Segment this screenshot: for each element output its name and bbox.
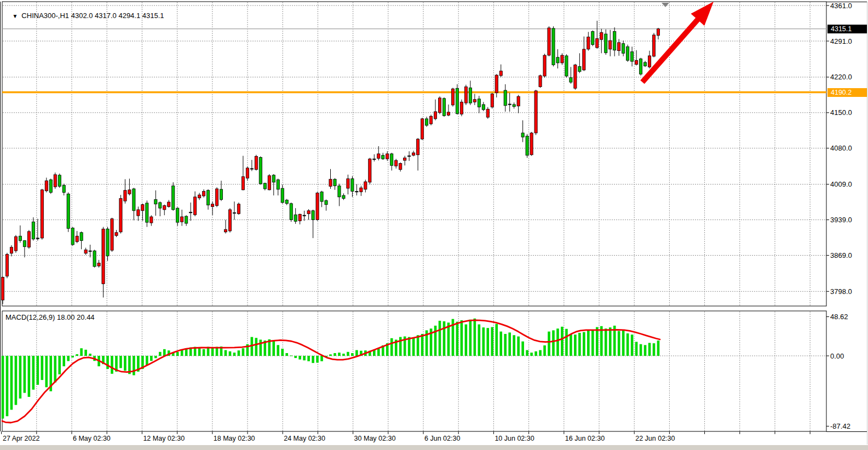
candle-body [570,78,572,82]
macd-histogram-bar [233,353,236,356]
time-axis-label: 16 Jun 02:30 [565,435,605,442]
candle-body [355,192,358,192]
macd-histogram-bar [338,353,341,356]
candle-body [442,99,445,116]
candle-body [154,199,157,204]
price-axis-label: 4150.0 [830,108,852,117]
candle-body [277,180,279,189]
candle-body [119,199,122,232]
bottom-strip [0,445,868,450]
candle-body [255,157,257,170]
candle-body [548,28,550,55]
macd-histogram-bar [6,356,9,416]
candle-body [600,32,603,39]
candle-body [657,29,659,36]
candle-body [561,55,564,63]
macd-histogram-bar [478,325,481,356]
macd-histogram-bar [89,354,91,356]
macd-histogram-bar [150,356,153,361]
time-axis-label: 12 May 02:30 [143,435,185,442]
macd-histogram-bar [58,356,61,374]
candle-body [591,31,594,44]
candle-body [399,164,402,170]
candle-body [10,247,13,253]
price-axis-label: 3939.0 [830,216,852,224]
candle-body [163,206,166,210]
candle-body [342,195,345,199]
macd-histogram-bar [229,351,232,356]
macd-histogram-bar [211,348,214,356]
candle-body [347,178,349,188]
candle-body [486,109,489,117]
macd-histogram-bar [307,356,310,361]
candle-body [237,204,240,214]
candle-body [19,236,21,240]
macd-histogram-bar [618,331,620,356]
symbol-dropdown-icon[interactable]: ▼ [12,13,18,19]
macd-histogram-bar [521,342,524,356]
candle-body [334,179,336,186]
trendline-price-tag: 4190.2 [827,88,867,97]
macd-histogram-bar [41,356,44,380]
macd-histogram-bar [443,321,446,356]
candle-body [631,51,634,61]
candle-body [499,71,502,76]
macd-histogram-bar [334,353,336,356]
candle-body [168,202,170,206]
candle-body [298,214,301,221]
candle-body [316,193,319,220]
candle-body [578,66,581,71]
macd-histogram-bar [504,334,507,356]
macd-histogram-bar [355,350,358,356]
macd-histogram-bar [605,328,607,356]
trading-chart-window: 27 Apr 20226 May 02:3012 May 02:3018 May… [0,0,868,450]
price-axis-label: 4009.0 [830,180,852,188]
macd-histogram-bar [543,345,546,356]
candle-body [307,211,310,214]
macd-histogram-bar [298,356,301,360]
time-axis-label: 24 May 02:30 [284,435,325,442]
candle-body [478,99,480,107]
macd-histogram-bar [225,350,227,356]
current-price-tag: 4315.1 [827,25,867,33]
macd-histogram-bar [657,341,660,356]
chart-canvas[interactable]: 27 Apr 20226 May 02:3012 May 02:3018 May… [0,0,868,450]
macd-histogram-bar [390,338,393,356]
candle-body [482,105,485,109]
macd-pane[interactable] [2,311,826,431]
time-axis-label: 6 Jun 02:30 [424,435,460,442]
candle-body [71,228,74,245]
macd-histogram-bar [106,356,109,369]
candle-body [329,179,332,186]
candle-body [137,210,140,216]
candle-body [622,44,625,54]
candle-body [360,188,363,192]
candle-body [215,189,218,206]
candle-body [464,86,467,103]
macd-histogram-bar [570,334,572,356]
candle-body [491,94,493,107]
candle-body [124,191,127,201]
macd-histogram-bar [635,342,638,356]
macd-histogram-bar [486,328,489,356]
candle-body [451,89,454,105]
candle-body [605,34,607,53]
macd-histogram-bar [2,356,4,419]
macd-histogram-bar [84,350,87,356]
candle-body [613,31,616,50]
macd-histogram-bar [290,355,292,356]
candle-body [220,189,222,200]
candle-body [609,41,612,49]
macd-histogram-bar [574,334,577,356]
macd-histogram-bar [62,356,65,366]
candle-body [565,56,568,76]
candle-body [639,59,642,74]
macd-histogram-bar [32,356,35,390]
candle-body [58,175,61,186]
macd-histogram-bar [80,348,83,356]
candle-body [128,190,131,194]
macd-histogram-bar [285,353,288,356]
macd-histogram-bar [439,321,441,356]
macd-histogram-bar [556,328,559,356]
candle-body [364,182,367,189]
